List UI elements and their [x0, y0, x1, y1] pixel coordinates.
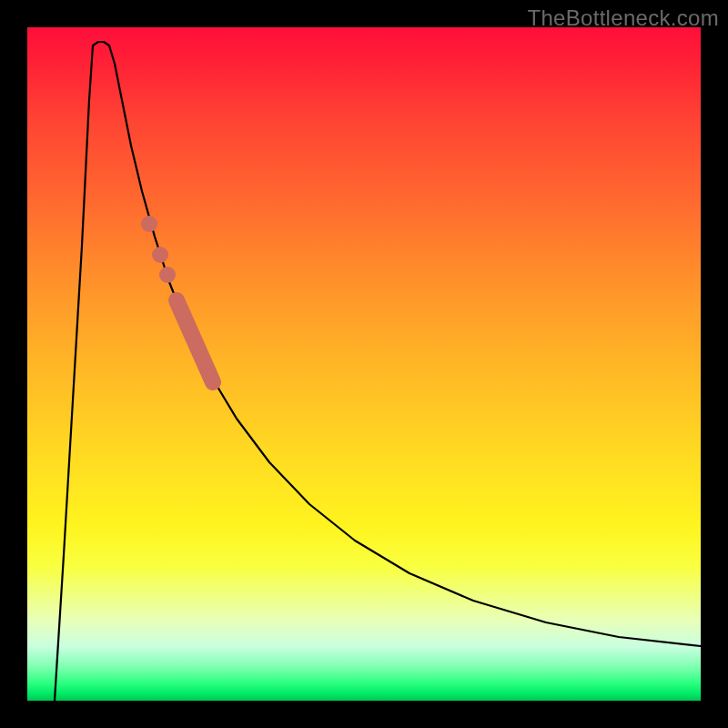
- chart-frame: TheBottleneck.com: [0, 0, 728, 728]
- ridge-marker: [177, 300, 213, 382]
- marker-dot: [152, 247, 168, 263]
- attribution-watermark: TheBottleneck.com: [527, 5, 719, 31]
- marker-dots: [141, 216, 176, 283]
- plot-area: [27, 27, 701, 701]
- marker-dot: [159, 267, 176, 283]
- marker-dot: [141, 216, 157, 232]
- curve-layer: [27, 27, 701, 701]
- bottleneck-curve: [55, 42, 701, 701]
